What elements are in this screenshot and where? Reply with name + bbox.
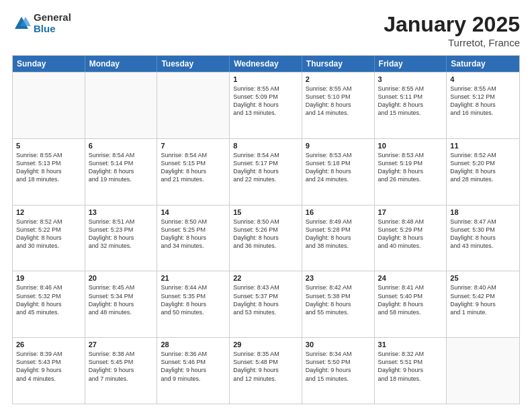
day-content-27: Sunrise: 8:38 AM Sunset: 5:45 PM Dayligh… xyxy=(89,350,154,383)
day-content-31: Sunrise: 8:32 AM Sunset: 5:51 PM Dayligh… xyxy=(378,350,443,383)
day-content-23: Sunrise: 8:42 AM Sunset: 5:38 PM Dayligh… xyxy=(306,283,371,316)
day-number-20: 20 xyxy=(89,274,154,282)
day-number-16: 16 xyxy=(306,208,371,216)
day-content-14: Sunrise: 8:50 AM Sunset: 5:25 PM Dayligh… xyxy=(161,218,226,250)
day-number-8: 8 xyxy=(233,142,298,150)
logo: General Blue xyxy=(12,12,71,34)
day-cell-22: 22Sunrise: 8:43 AM Sunset: 5:37 PM Dayli… xyxy=(230,271,302,337)
day-content-4: Sunrise: 8:55 AM Sunset: 5:12 PM Dayligh… xyxy=(450,85,516,118)
day-number-3: 3 xyxy=(378,75,443,83)
day-content-15: Sunrise: 8:50 AM Sunset: 5:26 PM Dayligh… xyxy=(233,218,298,250)
day-content-25: Sunrise: 8:40 AM Sunset: 5:42 PM Dayligh… xyxy=(450,283,516,316)
week-row-1: 1Sunrise: 8:55 AM Sunset: 5:09 PM Daylig… xyxy=(13,72,519,138)
day-cell-18: 18Sunrise: 8:47 AM Sunset: 5:30 PM Dayli… xyxy=(447,205,519,271)
day-content-29: Sunrise: 8:35 AM Sunset: 5:48 PM Dayligh… xyxy=(233,350,298,383)
page: General Blue January 2025 Turretot, Fran… xyxy=(0,0,532,411)
empty-cell-0-1 xyxy=(85,73,158,138)
day-content-5: Sunrise: 8:55 AM Sunset: 5:13 PM Dayligh… xyxy=(16,151,81,184)
day-content-16: Sunrise: 8:49 AM Sunset: 5:28 PM Dayligh… xyxy=(306,218,371,250)
day-cell-30: 30Sunrise: 8:34 AM Sunset: 5:50 PM Dayli… xyxy=(302,338,375,404)
day-cell-20: 20Sunrise: 8:45 AM Sunset: 5:34 PM Dayli… xyxy=(85,271,158,337)
day-number-31: 31 xyxy=(378,340,443,349)
day-content-20: Sunrise: 8:45 AM Sunset: 5:34 PM Dayligh… xyxy=(89,283,154,316)
day-content-1: Sunrise: 8:55 AM Sunset: 5:09 PM Dayligh… xyxy=(233,85,298,118)
day-number-11: 11 xyxy=(450,142,516,150)
day-content-21: Sunrise: 8:44 AM Sunset: 5:35 PM Dayligh… xyxy=(161,283,226,316)
day-number-23: 23 xyxy=(306,274,371,282)
empty-cell-4-6 xyxy=(447,338,519,404)
day-cell-14: 14Sunrise: 8:50 AM Sunset: 5:25 PM Dayli… xyxy=(157,205,230,271)
location: Turretot, France xyxy=(384,37,520,48)
day-content-8: Sunrise: 8:54 AM Sunset: 5:17 PM Dayligh… xyxy=(233,151,298,184)
day-number-4: 4 xyxy=(450,75,516,83)
day-number-14: 14 xyxy=(161,208,226,216)
day-number-27: 27 xyxy=(89,340,154,349)
day-number-6: 6 xyxy=(89,142,154,150)
day-number-30: 30 xyxy=(306,340,371,349)
day-cell-6: 6Sunrise: 8:54 AM Sunset: 5:14 PM Daylig… xyxy=(85,139,158,205)
day-content-7: Sunrise: 8:54 AM Sunset: 5:15 PM Dayligh… xyxy=(161,151,226,184)
day-cell-10: 10Sunrise: 8:53 AM Sunset: 5:19 PM Dayli… xyxy=(375,139,447,205)
day-content-17: Sunrise: 8:48 AM Sunset: 5:29 PM Dayligh… xyxy=(378,218,443,250)
day-number-18: 18 xyxy=(450,208,516,216)
day-content-19: Sunrise: 8:46 AM Sunset: 5:32 PM Dayligh… xyxy=(16,283,81,316)
day-content-9: Sunrise: 8:53 AM Sunset: 5:18 PM Dayligh… xyxy=(306,151,371,184)
day-cell-8: 8Sunrise: 8:54 AM Sunset: 5:17 PM Daylig… xyxy=(230,139,302,205)
day-content-6: Sunrise: 8:54 AM Sunset: 5:14 PM Dayligh… xyxy=(89,151,154,184)
day-cell-26: 26Sunrise: 8:39 AM Sunset: 5:43 PM Dayli… xyxy=(13,338,85,404)
day-cell-1: 1Sunrise: 8:55 AM Sunset: 5:09 PM Daylig… xyxy=(230,73,302,138)
logo-blue-text: Blue xyxy=(34,24,71,35)
day-cell-28: 28Sunrise: 8:36 AM Sunset: 5:46 PM Dayli… xyxy=(157,338,230,404)
day-cell-21: 21Sunrise: 8:44 AM Sunset: 5:35 PM Dayli… xyxy=(157,271,230,337)
day-content-30: Sunrise: 8:34 AM Sunset: 5:50 PM Dayligh… xyxy=(306,350,371,383)
day-cell-12: 12Sunrise: 8:52 AM Sunset: 5:22 PM Dayli… xyxy=(13,205,85,271)
header-saturday: Saturday xyxy=(447,56,519,72)
day-content-18: Sunrise: 8:47 AM Sunset: 5:30 PM Dayligh… xyxy=(450,218,516,250)
day-number-12: 12 xyxy=(16,208,81,216)
day-number-22: 22 xyxy=(233,274,298,282)
day-cell-5: 5Sunrise: 8:55 AM Sunset: 5:13 PM Daylig… xyxy=(13,139,85,205)
day-cell-29: 29Sunrise: 8:35 AM Sunset: 5:48 PM Dayli… xyxy=(230,338,302,404)
day-cell-3: 3Sunrise: 8:55 AM Sunset: 5:11 PM Daylig… xyxy=(375,73,447,138)
day-cell-17: 17Sunrise: 8:48 AM Sunset: 5:29 PM Dayli… xyxy=(375,205,447,271)
header: General Blue January 2025 Turretot, Fran… xyxy=(12,12,520,48)
day-content-26: Sunrise: 8:39 AM Sunset: 5:43 PM Dayligh… xyxy=(16,350,81,383)
day-content-3: Sunrise: 8:55 AM Sunset: 5:11 PM Dayligh… xyxy=(378,85,443,118)
day-number-1: 1 xyxy=(233,75,298,83)
day-cell-9: 9Sunrise: 8:53 AM Sunset: 5:18 PM Daylig… xyxy=(302,139,375,205)
day-number-2: 2 xyxy=(306,75,371,83)
day-number-26: 26 xyxy=(16,340,81,349)
week-row-2: 5Sunrise: 8:55 AM Sunset: 5:13 PM Daylig… xyxy=(13,138,519,205)
day-content-2: Sunrise: 8:55 AM Sunset: 5:10 PM Dayligh… xyxy=(306,85,371,118)
logo-icon xyxy=(12,14,31,33)
day-number-5: 5 xyxy=(16,142,81,150)
day-cell-15: 15Sunrise: 8:50 AM Sunset: 5:26 PM Dayli… xyxy=(230,205,302,271)
day-number-24: 24 xyxy=(378,274,443,282)
header-thursday: Thursday xyxy=(302,56,375,72)
day-number-7: 7 xyxy=(161,142,226,150)
day-cell-24: 24Sunrise: 8:41 AM Sunset: 5:40 PM Dayli… xyxy=(375,271,447,337)
day-content-13: Sunrise: 8:51 AM Sunset: 5:23 PM Dayligh… xyxy=(89,218,154,250)
header-monday: Monday xyxy=(85,56,158,72)
day-cell-31: 31Sunrise: 8:32 AM Sunset: 5:51 PM Dayli… xyxy=(375,338,447,404)
day-cell-7: 7Sunrise: 8:54 AM Sunset: 5:15 PM Daylig… xyxy=(157,139,230,205)
header-tuesday: Tuesday xyxy=(157,56,230,72)
header-sunday: Sunday xyxy=(13,56,85,72)
day-number-10: 10 xyxy=(378,142,443,150)
day-cell-19: 19Sunrise: 8:46 AM Sunset: 5:32 PM Dayli… xyxy=(13,271,85,337)
day-cell-2: 2Sunrise: 8:55 AM Sunset: 5:10 PM Daylig… xyxy=(302,73,375,138)
logo-general-text: General xyxy=(34,12,71,24)
day-cell-11: 11Sunrise: 8:52 AM Sunset: 5:20 PM Dayli… xyxy=(447,139,519,205)
day-content-12: Sunrise: 8:52 AM Sunset: 5:22 PM Dayligh… xyxy=(16,218,81,250)
calendar-body: 1Sunrise: 8:55 AM Sunset: 5:09 PM Daylig… xyxy=(13,72,519,404)
header-wednesday: Wednesday xyxy=(230,56,302,72)
day-number-15: 15 xyxy=(233,208,298,216)
day-content-22: Sunrise: 8:43 AM Sunset: 5:37 PM Dayligh… xyxy=(233,283,298,316)
day-number-9: 9 xyxy=(306,142,371,150)
week-row-5: 26Sunrise: 8:39 AM Sunset: 5:43 PM Dayli… xyxy=(13,337,519,404)
day-number-28: 28 xyxy=(161,340,226,349)
day-number-17: 17 xyxy=(378,208,443,216)
day-number-25: 25 xyxy=(450,274,516,282)
day-content-10: Sunrise: 8:53 AM Sunset: 5:19 PM Dayligh… xyxy=(378,151,443,184)
day-cell-13: 13Sunrise: 8:51 AM Sunset: 5:23 PM Dayli… xyxy=(85,205,158,271)
